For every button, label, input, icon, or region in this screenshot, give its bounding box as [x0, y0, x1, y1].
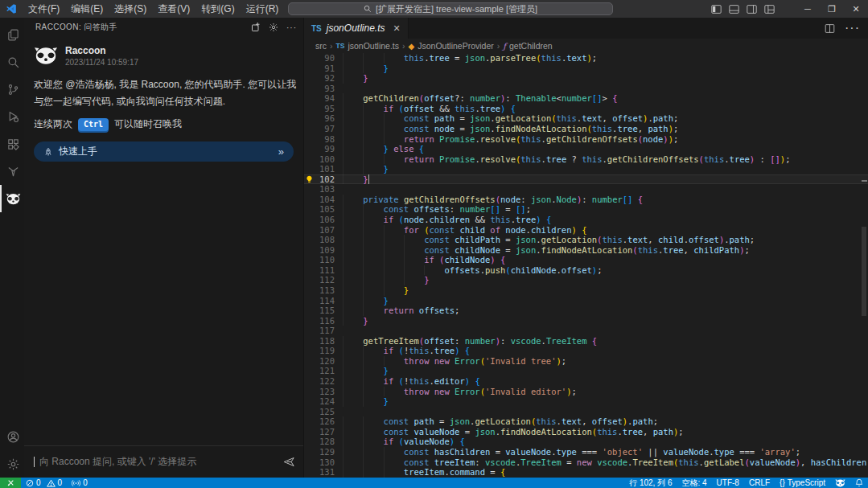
code-line-101[interactable]: 101}: [304, 164, 868, 174]
split-editor-icon[interactable]: [825, 23, 835, 34]
new-chat-icon[interactable]: [251, 23, 261, 32]
menu-item-5[interactable]: 运行(R): [241, 0, 285, 18]
code-line-110[interactable]: 110if (childNode) {: [304, 255, 868, 265]
code-line-128[interactable]: 128if (valueNode) {: [304, 437, 868, 447]
code-line-111[interactable]: 111offsets.push(childNode.offset);: [304, 265, 868, 276]
tab-jsonoutline[interactable]: TS jsonOutline.ts ✕: [304, 18, 409, 39]
line-number: 90: [314, 53, 335, 64]
quickstart-button[interactable]: 快速上手 »: [34, 141, 294, 162]
code-line-112[interactable]: 112}: [304, 275, 868, 285]
settings-gear-icon[interactable]: [0, 450, 24, 478]
code-line-96[interactable]: 96const path = json.getLocation(this.tex…: [304, 113, 868, 124]
breadcrumb-method[interactable]: getChildren: [509, 41, 553, 51]
code-line-92[interactable]: 92}: [304, 73, 868, 84]
code-line-99[interactable]: 99} else {: [304, 144, 868, 154]
menu-item-3[interactable]: 查看(V): [152, 0, 195, 18]
code-line-113[interactable]: 113}: [304, 285, 868, 296]
toggle-sidebar-icon[interactable]: [711, 4, 722, 14]
code-line-123[interactable]: 123throw new Error('Invalid editor');: [304, 387, 868, 397]
code-line-126[interactable]: 126const path = json.getLocation(this.te…: [304, 416, 868, 427]
code-editor[interactable]: 90this.tree = json.parseTree(this.text);…: [304, 53, 868, 478]
code-line-98[interactable]: 98return Promise.resolve(this.getChildre…: [304, 134, 868, 145]
source-control-icon[interactable]: [0, 76, 24, 103]
close-button[interactable]: ✕: [844, 0, 868, 18]
line-number: 131: [314, 467, 335, 478]
toggle-panel-icon[interactable]: [729, 4, 739, 14]
customize-layout-icon[interactable]: [764, 4, 775, 14]
menu-item-2[interactable]: 选择(S): [109, 0, 152, 18]
code-line-104[interactable]: 104private getChildrenOffsets(node: json…: [304, 195, 868, 205]
code-line-130[interactable]: 130const treeItem: vscode.TreeItem = new…: [304, 457, 868, 468]
scrollbar-thumb[interactable]: [862, 227, 866, 316]
code-line-114[interactable]: 114}: [304, 296, 868, 306]
more-actions-icon[interactable]: ···: [286, 23, 297, 32]
code-line-129[interactable]: 129const hasChildren = valueNode.type ==…: [304, 447, 868, 457]
language-mode[interactable]: {} TypeScript: [775, 478, 830, 488]
line-number: 125: [314, 407, 335, 417]
editor-more-actions-icon[interactable]: ···: [845, 21, 860, 35]
maximize-button[interactable]: ❐: [820, 0, 844, 18]
panel-settings-gear-icon[interactable]: [269, 23, 278, 32]
menu-item-1[interactable]: 编辑(E): [65, 0, 109, 18]
encoding-setting[interactable]: UTF-8: [712, 478, 744, 488]
class-symbol-icon: ◆: [409, 42, 415, 51]
code-line-102[interactable]: 102}: [304, 174, 868, 185]
command-center-search[interactable]: [扩展开发宿主] tree-view-sample [管理员]: [288, 2, 613, 15]
lightbulb-icon[interactable]: [304, 174, 314, 185]
breadcrumb-root[interactable]: src: [315, 41, 327, 51]
breadcrumb-file[interactable]: jsonOutline.ts: [348, 41, 399, 51]
code-line-91[interactable]: 91}: [304, 64, 868, 74]
code-line-103[interactable]: 103: [304, 184, 868, 195]
code-line-119[interactable]: 119if (!this.tree) {: [304, 346, 868, 356]
toggle-secondary-sidebar-icon[interactable]: [747, 4, 757, 14]
notifications-bell-icon[interactable]: [850, 478, 868, 488]
line-number: 117: [314, 326, 335, 336]
menu-item-0[interactable]: 文件(F): [23, 0, 65, 18]
run-and-debug-icon[interactable]: [0, 103, 24, 130]
chat-input[interactable]: 向 Raccoon 提问, 或键入 '/' 选择提示: [24, 445, 303, 478]
ctrl-key-badge: Ctrl: [78, 118, 109, 131]
code-line-95[interactable]: 95if (offset && this.tree) {: [304, 104, 868, 114]
code-line-90[interactable]: 90this.tree = json.parseTree(this.text);: [304, 53, 868, 64]
code-line-105[interactable]: 105const offsets: number[] = [];: [304, 204, 868, 215]
code-line-106[interactable]: 106if (node.children && this.tree) {: [304, 215, 868, 225]
summon-text-suffix: 可以随时召唤我: [114, 117, 182, 131]
menu-item-4[interactable]: 转到(G): [195, 0, 240, 18]
code-line-127[interactable]: 127const valueNode = json.findNodeAtLoca…: [304, 427, 868, 437]
remote-indicator[interactable]: [0, 478, 21, 488]
send-icon[interactable]: [283, 457, 295, 467]
code-line-116[interactable]: 116}: [304, 316, 868, 326]
code-line-97[interactable]: 97const node = json.findNodeAtLocation(t…: [304, 124, 868, 134]
code-line-124[interactable]: 124}: [304, 396, 868, 407]
code-line-93[interactable]: 93: [304, 84, 868, 94]
code-line-117[interactable]: 117: [304, 326, 868, 336]
code-line-107[interactable]: 107for (const child of node.children) {: [304, 225, 868, 236]
extensions-icon[interactable]: [0, 130, 24, 158]
eol-setting[interactable]: CRLF: [744, 478, 775, 488]
code-line-121[interactable]: 121}: [304, 366, 868, 376]
raccoon-status-icon[interactable]: [830, 478, 850, 488]
custom-tool-icon[interactable]: [0, 158, 24, 185]
account-icon[interactable]: [0, 423, 24, 450]
cursor-position[interactable]: 行 102, 列 6: [624, 478, 677, 488]
code-line-125[interactable]: 125: [304, 407, 868, 417]
code-line-120[interactable]: 120throw new Error('Invalid tree');: [304, 356, 868, 367]
code-line-109[interactable]: 109const childNode = json.findNodeAtLoca…: [304, 245, 868, 256]
search-icon[interactable]: [0, 48, 24, 76]
code-line-131[interactable]: 131treeItem.command = {: [304, 467, 868, 478]
code-line-108[interactable]: 108const childPath = json.getLocation(th…: [304, 235, 868, 245]
problems-indicator[interactable]: 0 0: [21, 478, 67, 488]
code-line-94[interactable]: 94getChildren(offset?: number): Thenable…: [304, 93, 868, 104]
code-line-118[interactable]: 118getTreeItem(offset: number): vscode.T…: [304, 336, 868, 347]
ports-indicator[interactable]: 0: [67, 478, 93, 488]
tab-close-icon[interactable]: ✕: [393, 23, 400, 34]
code-line-115[interactable]: 115return offsets;: [304, 306, 868, 316]
code-line-100[interactable]: 100return Promise.resolve(this.tree ? th…: [304, 154, 868, 165]
code-line-122[interactable]: 122if (!this.editor) {: [304, 376, 868, 387]
raccoon-icon[interactable]: [0, 185, 24, 212]
editor-scrollbar[interactable]: [860, 53, 868, 478]
explorer-icon[interactable]: [0, 21, 24, 48]
indentation-setting[interactable]: 空格: 4: [677, 478, 711, 488]
breadcrumb-class[interactable]: JsonOutlineProvider: [418, 41, 494, 51]
minimize-button[interactable]: ─: [796, 0, 820, 18]
